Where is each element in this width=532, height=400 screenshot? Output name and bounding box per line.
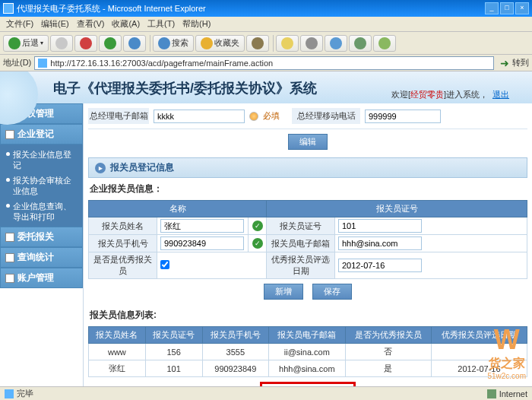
status-text: 完毕 xyxy=(17,388,33,399)
favorites-button[interactable]: 收藏夹 xyxy=(195,35,245,52)
minimize-button[interactable]: _ xyxy=(485,2,499,14)
table-row[interactable]: 张红 101 990923849 hhh@sina.com 是 2012-07-… xyxy=(89,360,527,377)
subsection-title: 企业报关员信息： xyxy=(88,178,527,200)
cert-input[interactable] xyxy=(338,219,422,233)
th-cert: 报关员证号 xyxy=(145,327,202,344)
toolbar: 后退▾ 搜索 收藏夹 xyxy=(0,32,532,55)
menu-fav[interactable]: 收藏(A) xyxy=(109,17,143,31)
excellent-checkbox[interactable] xyxy=(160,260,169,269)
go-icon[interactable]: ➜ xyxy=(500,57,509,69)
forward-button[interactable] xyxy=(50,35,73,52)
refresh-icon xyxy=(104,37,116,49)
research-button[interactable] xyxy=(349,35,372,52)
internet-icon xyxy=(487,389,496,398)
address-bar: 地址(D) http://172.16.13.16:27003/acd/page… xyxy=(0,55,532,71)
th-name: 报关员姓名 xyxy=(89,327,146,344)
nav-account[interactable]: 账户管理 xyxy=(0,268,83,288)
nav-register[interactable]: 企业登记 xyxy=(0,124,83,144)
table-row[interactable]: www 156 3555 ii@sina.com 否 xyxy=(89,344,527,360)
required-icon xyxy=(249,112,258,121)
history-icon xyxy=(252,37,264,49)
save-button[interactable]: 保存 xyxy=(312,284,352,300)
name-label: 报关员姓名 xyxy=(89,217,157,235)
home-icon xyxy=(128,37,141,49)
mobile-input[interactable] xyxy=(365,110,441,123)
menu-edit[interactable]: 编辑(E) xyxy=(38,17,72,31)
logout-link[interactable]: 退出 xyxy=(492,90,509,99)
search-button[interactable]: 搜索 xyxy=(153,35,194,52)
username: 经贸零贵 xyxy=(410,90,444,99)
edit-icon xyxy=(330,37,342,49)
ie-icon xyxy=(3,3,14,14)
nav-delegate[interactable]: 委托报关 xyxy=(0,227,83,247)
welcome-text: 欢迎[经贸零贵]进入系统，退出 xyxy=(391,89,509,100)
window-titlebar: 代理报关电子委托系统 - Microsoft Internet Explorer… xyxy=(0,0,532,17)
add-button[interactable]: 新增 xyxy=(264,284,303,300)
th-date: 优秀报关员评选日期 xyxy=(431,327,527,344)
phone-label: 报关员手机号 xyxy=(89,235,157,252)
back-button[interactable]: 后退▾ xyxy=(3,35,49,52)
close-button[interactable]: × xyxy=(515,2,529,14)
name-input[interactable] xyxy=(160,219,244,233)
done-icon xyxy=(5,389,14,398)
address-label: 地址(D) xyxy=(3,57,31,68)
col-name: 名称 xyxy=(89,201,267,217)
email-label: 总经理电子邮箱 xyxy=(88,108,149,124)
subnav-query[interactable]: 企业信息查询、导出和打印 xyxy=(0,198,83,224)
page-icon xyxy=(38,59,47,68)
star-icon xyxy=(201,37,213,49)
go-label[interactable]: 转到 xyxy=(512,57,529,68)
back-icon xyxy=(8,37,21,49)
menu-help[interactable]: 帮助(H) xyxy=(179,17,214,31)
email-input[interactable] xyxy=(154,110,245,123)
remail-input[interactable] xyxy=(338,237,422,250)
maximize-button[interactable]: □ xyxy=(500,2,514,14)
declarer-form-table: 名称报关员证号 报关员姓名 ✓ 报关员证号 报关员手机号 ✓ 报关员电子邮箱 是… xyxy=(88,200,527,279)
main-content: 总经理电子邮箱 必填 总经理移动电话 编辑 ▸ 报关员登记信息 企业报关员信息：… xyxy=(84,103,532,400)
messenger-button[interactable] xyxy=(373,35,396,52)
url-input[interactable]: http://172.16.13.16:27003/acd/pageframe/… xyxy=(34,56,494,70)
col-cert: 报关员证号 xyxy=(267,201,527,217)
subnav-company-reg[interactable]: 报关企业信息登记 xyxy=(0,147,83,173)
th-email: 报关员电子邮箱 xyxy=(269,327,345,344)
th-phone: 报关员手机号 xyxy=(202,327,269,344)
folder-icon xyxy=(5,253,14,262)
collapse-icon[interactable]: ▸ xyxy=(95,163,106,173)
check-icon: ✓ xyxy=(252,221,263,231)
messenger-icon xyxy=(378,37,391,49)
sidebar: 授权管理 企业登记 报关企业信息登记 报关协会审核企业信息 企业信息查询、导出和… xyxy=(0,103,84,400)
mail-icon xyxy=(281,37,293,49)
section-header: ▸ 报关员登记信息 xyxy=(88,157,527,178)
nav-stats[interactable]: 查询统计 xyxy=(0,247,83,268)
mobile-label: 总经理移动电话 xyxy=(292,108,360,124)
excellent-label: 是否是优秀报关员 xyxy=(89,252,157,279)
list-title: 报关员信息列表: xyxy=(88,304,527,326)
edit-button[interactable] xyxy=(325,35,347,52)
app-title: 电子《代理报关委托书/委托报关协议》系统 xyxy=(53,79,317,97)
app-banner: 电子《代理报关委托书/委托报关协议》系统 欢迎[经贸零贵]进入系统，退出 xyxy=(0,71,532,103)
date-input[interactable] xyxy=(338,259,422,272)
check-icon: ✓ xyxy=(252,238,263,249)
mail-button[interactable] xyxy=(276,35,299,52)
forward-icon xyxy=(55,37,68,49)
folder-icon xyxy=(5,274,14,283)
cert-label: 报关员证号 xyxy=(267,217,335,235)
edit-button[interactable]: 编辑 xyxy=(288,134,328,150)
menu-file[interactable]: 文件(F) xyxy=(3,17,36,31)
phone-input[interactable] xyxy=(160,237,244,250)
menu-bar: 文件(F) 编辑(E) 查看(V) 收藏(A) 工具(T) 帮助(H) xyxy=(0,17,532,32)
home-button[interactable] xyxy=(123,35,146,52)
menu-tool[interactable]: 工具(T) xyxy=(144,17,178,31)
status-bar: 完毕 Internet xyxy=(0,386,532,400)
required-text: 必填 xyxy=(263,110,280,122)
nav-submenu: 报关企业信息登记 报关协会审核企业信息 企业信息查询、导出和打印 xyxy=(0,144,83,227)
folder-icon xyxy=(5,130,14,139)
folder-icon xyxy=(5,233,14,242)
subnav-audit[interactable]: 报关协会审核企业信息 xyxy=(0,173,83,198)
menu-view[interactable]: 查看(V) xyxy=(74,17,108,31)
stop-button[interactable] xyxy=(74,35,97,52)
refresh-button[interactable] xyxy=(99,35,122,52)
history-button[interactable] xyxy=(246,35,269,52)
print-button[interactable] xyxy=(300,35,323,52)
date-label: 优秀报关员评选日期 xyxy=(267,252,335,279)
